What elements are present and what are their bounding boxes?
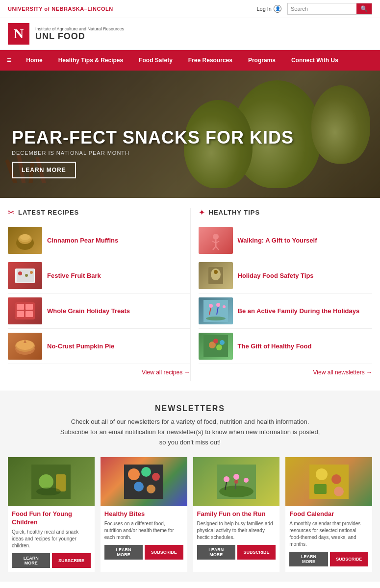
nav-home[interactable]: Home [18, 50, 50, 71]
list-item[interactable]: Cinnamon Pear Muffins [8, 223, 190, 258]
tip-name: Be an Active Family During the Holidays [238, 307, 360, 315]
food-fun-desc: Quick, healthy meal and snack ideas and … [8, 529, 95, 553]
main-nav: ≡ Home Healthy Tips & Recipes Food Safet… [0, 50, 380, 71]
pie-thumbnail [8, 333, 42, 360]
family-fun-title: Family Fun on the Run [193, 506, 280, 520]
family-fun-subscribe-button[interactable]: SUBSCRIBE [237, 545, 276, 560]
svg-point-49 [141, 467, 151, 477]
newsletter-grid: Food Fun for Young Children Quick, healt… [8, 457, 372, 572]
family-fun-learn-button[interactable]: LEARN MORE [197, 545, 235, 560]
newsletters-section: NEWSLETTERS Check out all of our newslet… [0, 391, 380, 582]
hero-banner: PEAR-FECT SNACKS FOR KIDS DECEMBER IS NA… [0, 71, 380, 198]
site-header: N Institute of Agriculture and Natural R… [0, 18, 380, 50]
food-calendar-subscribe-button[interactable]: SUBSCRIBE [330, 552, 368, 566]
svg-point-44 [39, 474, 53, 489]
svg-point-34 [223, 305, 226, 308]
svg-point-57 [244, 478, 249, 483]
svg-point-55 [224, 476, 229, 482]
hero-title: PEAR-FECT SNACKS FOR KIDS [12, 127, 294, 148]
tips-title: HEALTHY TIPS [209, 209, 260, 216]
newsletter-card-food-calendar: Food Calendar A monthly calendar that pr… [285, 457, 372, 572]
food-fun-image [8, 457, 95, 506]
healthy-bites-subscribe-button[interactable]: SUBSCRIBE [145, 545, 183, 560]
svg-point-52 [147, 485, 155, 493]
healthy-bites-title: Healthy Bites [101, 506, 187, 520]
recipes-header: ✂ LATEST RECIPES [8, 208, 190, 217]
newsletter-card-family-fun: Family Fun on the Run Designed to help b… [193, 457, 280, 572]
muffin-thumbnail [8, 227, 42, 254]
hero-learn-more-button[interactable]: LEARN MORE [12, 162, 76, 178]
svg-point-32 [209, 304, 213, 308]
programs-section: EXPLORE OUR PROGRAMS BUY FRESH BUY LOCAL… [0, 582, 380, 588]
svg-point-63 [331, 474, 341, 484]
svg-point-7 [20, 234, 30, 240]
newsletters-title: NEWSLETTERS [8, 404, 372, 413]
recipes-title: LATEST RECIPES [18, 209, 79, 216]
svg-point-51 [134, 482, 144, 491]
bark-thumbnail [8, 262, 42, 289]
nav-connect[interactable]: Connect With Us [283, 50, 346, 71]
hamburger-icon[interactable]: ≡ [0, 50, 18, 71]
list-item[interactable]: Whole Grain Holiday Treats [8, 294, 190, 329]
healthy-bites-buttons: LEARN MORE SUBSCRIBE [101, 545, 187, 564]
healthy-bites-desc: Focuses on a different food, nutrition a… [101, 520, 187, 545]
institute-name: Institute of Agriculture and Natural Res… [35, 26, 124, 31]
svg-point-37 [206, 317, 226, 320]
list-item[interactable]: The Gift of Healthy Food [199, 329, 373, 364]
hero-subtitle: DECEMBER IS NATIONAL PEAR MONTH [12, 150, 294, 156]
svg-point-46 [36, 488, 61, 495]
healthy-tips-section: ✦ HEALTHY TIPS Walking: A Gift to Yourse… [190, 208, 373, 381]
svg-point-41 [213, 339, 218, 343]
list-item[interactable]: Festive Fruit Bark [8, 258, 190, 294]
list-item[interactable]: No-Crust Pumpkin Pie [8, 329, 190, 364]
nav-food-safety[interactable]: Food Safety [131, 50, 180, 71]
svg-point-30 [214, 270, 218, 274]
svg-point-50 [152, 473, 160, 481]
healthy-bites-learn-button[interactable]: LEARN MORE [104, 545, 143, 560]
food-safety-thumbnail [199, 262, 233, 289]
newsletter-card-food-fun: Food Fun for Young Children Quick, healt… [8, 457, 95, 572]
svg-point-40 [216, 344, 222, 350]
tip-name: Walking: A Gift to Yourself [238, 237, 317, 244]
content-grid: ✂ LATEST RECIPES Cinnamon Pear Muffins [0, 198, 380, 391]
family-fun-desc: Designed to help busy families add physi… [193, 520, 280, 545]
list-item[interactable]: Holiday Food Safety Tips [199, 258, 373, 294]
nav-free-resources[interactable]: Free Resources [180, 50, 240, 71]
tips-icon: ✦ [199, 208, 205, 217]
login-button[interactable]: Log In 👤 [256, 5, 281, 13]
newsletter-card-healthy-bites: Healthy Bites Focuses on a different foo… [101, 457, 187, 572]
svg-rect-15 [25, 304, 33, 310]
svg-point-33 [216, 303, 220, 307]
login-label: Log In [256, 6, 272, 12]
svg-point-54 [219, 486, 253, 497]
search-input[interactable] [288, 3, 356, 14]
latest-recipes-section: ✂ LATEST RECIPES Cinnamon Pear Muffins [8, 208, 190, 381]
nav-programs[interactable]: Programs [240, 50, 283, 71]
view-all-recipes[interactable]: View all recipes → [8, 364, 190, 381]
svg-rect-17 [25, 311, 33, 317]
svg-point-65 [334, 487, 344, 496]
list-item[interactable]: Walking: A Gift to Yourself [199, 223, 373, 258]
svg-point-62 [316, 468, 328, 480]
newsletters-description: Check out all of our newsletters for a v… [58, 417, 323, 447]
list-item[interactable]: Be an Active Family During the Holidays [199, 294, 373, 329]
search-box: 🔍 [287, 3, 372, 15]
svg-line-27 [216, 246, 219, 250]
top-bar: UNIVERSITY of NEBRASKA–LINCOLN Log In 👤 … [0, 0, 380, 18]
svg-rect-38 [203, 335, 228, 357]
food-calendar-learn-button[interactable]: LEARN MORE [289, 552, 328, 566]
svg-rect-16 [17, 311, 24, 317]
recipe-name: Festive Fruit Bark [47, 272, 101, 279]
nav-healthy-tips[interactable]: Healthy Tips & Recipes [51, 50, 131, 71]
walk-thumbnail [199, 227, 233, 254]
svg-point-10 [18, 271, 22, 275]
food-fun-subscribe-button[interactable]: SUBSCRIBE [52, 553, 90, 568]
gift-food-thumbnail [199, 333, 233, 360]
brand-name: UNL FOOD [35, 31, 124, 42]
svg-point-48 [128, 468, 140, 480]
svg-point-12 [30, 271, 33, 274]
svg-point-22 [213, 234, 219, 240]
search-button[interactable]: 🔍 [356, 3, 372, 14]
food-fun-learn-button[interactable]: LEARN MORE [12, 553, 50, 568]
view-all-newsletters[interactable]: View all newsletters → [199, 364, 373, 381]
